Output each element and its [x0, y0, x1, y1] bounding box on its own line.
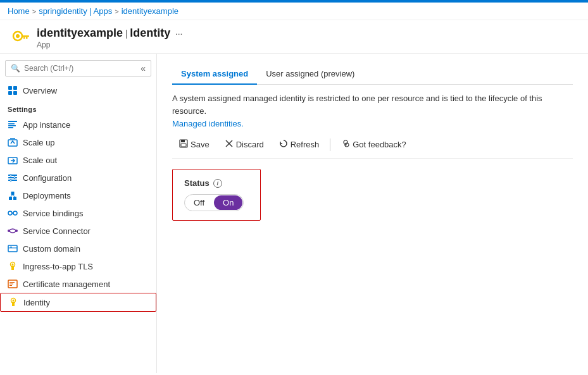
svg-rect-12	[8, 127, 13, 128]
search-box[interactable]: 🔍 «	[5, 60, 151, 77]
sidebar-item-configuration[interactable]: Configuration	[0, 169, 156, 187]
svg-rect-24	[13, 197, 16, 200]
sidebar-item-app-instance[interactable]: App instance	[0, 116, 156, 133]
svg-rect-8	[13, 91, 17, 95]
scale-up-icon	[8, 137, 18, 147]
sidebar-item-ingress-tls-label: Ingress-to-app TLS	[23, 262, 93, 271]
svg-rect-3	[26, 37, 28, 39]
svg-rect-6	[13, 86, 17, 90]
custom-domain-icon	[8, 243, 18, 254]
description-text: A system assigned managed identity is re…	[172, 92, 573, 130]
service-connector-icon	[8, 226, 18, 236]
tab-system-assigned[interactable]: System assigned	[172, 64, 257, 85]
breadcrumb-home[interactable]: Home	[8, 6, 30, 16]
svg-point-20	[10, 175, 12, 176]
toolbar-separator	[330, 138, 330, 151]
cert-mgmt-icon	[8, 279, 18, 289]
sidebar-item-service-bindings[interactable]: Service bindings	[0, 204, 156, 222]
search-icon: 🔍	[11, 64, 20, 73]
sidebar-item-identity[interactable]: Identity	[0, 293, 156, 312]
feedback-label: Got feedback?	[353, 140, 406, 149]
breadcrumb-current: identityexample	[122, 6, 178, 16]
collapse-button[interactable]: «	[141, 63, 146, 73]
sidebar-item-service-connector-label: Service Connector	[23, 226, 91, 236]
sidebar-item-identity-label: Identity	[23, 298, 50, 307]
status-box: Status i Off On	[172, 169, 261, 221]
sidebar-item-scale-up[interactable]: Scale up	[0, 133, 156, 151]
breadcrumb: Home > springidentity | Apps > identitye…	[0, 3, 588, 20]
save-button[interactable]: Save	[172, 136, 216, 153]
page-header: identityexample | Identity ··· App	[0, 20, 588, 54]
breadcrumb-sep-1: >	[32, 8, 36, 15]
configuration-icon	[8, 173, 18, 183]
svg-rect-35	[10, 247, 12, 248]
svg-rect-25	[11, 192, 15, 195]
resource-name: identityexample	[37, 27, 123, 39]
save-label: Save	[191, 140, 210, 149]
svg-point-31	[8, 230, 10, 232]
toggle-off[interactable]: Off	[185, 195, 213, 210]
svg-rect-33	[8, 245, 17, 252]
refresh-label: Refresh	[291, 140, 320, 149]
svg-rect-50	[181, 144, 186, 147]
search-input[interactable]	[24, 64, 137, 73]
sidebar-item-overview[interactable]: Overview	[0, 82, 156, 99]
sidebar-item-ingress-tls[interactable]: Ingress-to-app TLS	[0, 257, 156, 275]
header-ellipsis[interactable]: ···	[175, 28, 183, 39]
svg-rect-9	[8, 121, 17, 122]
tab-bar: System assigned User assigned (preview)	[172, 64, 573, 85]
sidebar-item-custom-domain-label: Custom domain	[23, 244, 80, 254]
sidebar-item-deployments-label: Deployments	[23, 191, 71, 200]
svg-point-45	[13, 300, 15, 302]
refresh-button[interactable]: Refresh	[272, 136, 327, 153]
tab-user-assigned[interactable]: User assigned (preview)	[257, 64, 363, 85]
breadcrumb-apps[interactable]: springidentity | Apps	[39, 6, 112, 16]
service-bindings-icon	[8, 208, 18, 218]
page-name: Identity	[130, 27, 170, 39]
feedback-button[interactable]: Got feedback?	[334, 136, 413, 153]
svg-rect-5	[8, 86, 12, 90]
discard-button[interactable]: Discard	[218, 136, 271, 153]
breadcrumb-sep-2: >	[115, 8, 118, 15]
deployments-icon	[8, 190, 18, 200]
feedback-icon	[341, 139, 350, 150]
page-header-icon	[10, 28, 30, 48]
discard-label: Discard	[236, 140, 264, 149]
sidebar-item-scale-out[interactable]: Scale out	[0, 151, 156, 169]
toolbar: Save Discard Refresh	[172, 136, 573, 159]
sidebar-item-custom-domain[interactable]: Custom domain	[0, 240, 156, 257]
toggle-on[interactable]: On	[214, 195, 242, 210]
svg-rect-23	[9, 197, 12, 200]
sidebar-section-settings: Settings	[0, 99, 156, 116]
identity-icon	[8, 297, 18, 307]
svg-point-37	[12, 264, 14, 266]
svg-rect-42	[9, 284, 13, 285]
svg-rect-7	[8, 91, 12, 95]
svg-rect-47	[11, 302, 15, 303]
svg-rect-41	[9, 282, 15, 283]
overview-icon	[8, 85, 18, 95]
svg-rect-43	[9, 285, 12, 286]
sidebar-item-cert-mgmt-label: Certificate management	[23, 280, 110, 289]
main-layout: 🔍 « Overview Settings	[0, 54, 588, 373]
sidebar-item-service-connector[interactable]: Service Connector	[0, 222, 156, 240]
managed-identities-link[interactable]: Managed identities.	[172, 119, 244, 128]
sidebar-item-scale-out-label: Scale out	[23, 156, 57, 165]
toggle-group: Off On	[184, 194, 244, 211]
status-label: Status i	[184, 178, 249, 188]
ingress-tls-icon	[8, 261, 18, 271]
sidebar: 🔍 « Overview Settings	[0, 54, 157, 373]
status-info-icon[interactable]: i	[213, 179, 222, 188]
sidebar-item-cert-mgmt[interactable]: Certificate management	[0, 275, 156, 293]
svg-point-32	[15, 230, 18, 232]
svg-rect-39	[11, 266, 15, 267]
sidebar-item-configuration-label: Configuration	[23, 173, 72, 183]
sidebar-item-app-instance-label: App instance	[23, 120, 70, 130]
sidebar-item-service-bindings-label: Service bindings	[23, 209, 83, 218]
svg-rect-10	[8, 123, 15, 125]
sidebar-item-deployments[interactable]: Deployments	[0, 187, 156, 204]
svg-point-1	[16, 34, 20, 38]
refresh-icon	[279, 139, 288, 150]
svg-point-22	[10, 180, 12, 181]
svg-point-21	[14, 177, 16, 179]
